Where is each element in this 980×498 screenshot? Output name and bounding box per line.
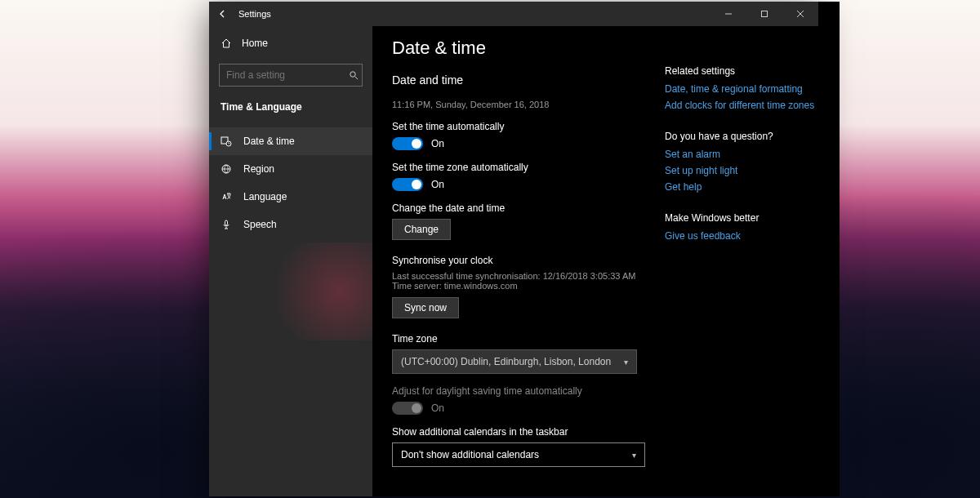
home-nav[interactable]: Home [209, 31, 372, 56]
additional-calendars-label: Show additional calendars in the taskbar [392, 426, 653, 438]
titlebar: Settings [209, 2, 818, 26]
timezone-dropdown[interactable]: (UTC+00:00) Dublin, Edinburgh, Lisbon, L… [392, 349, 637, 374]
change-datetime-label: Change the date and time [392, 202, 653, 214]
link-night-light[interactable]: Set up night light [665, 165, 820, 176]
chevron-down-icon: ▾ [632, 451, 636, 460]
maximize-button[interactable] [746, 2, 782, 26]
auto-time-label: Set the time automatically [392, 121, 653, 132]
sync-last-text: Last successful time synchronisation: 12… [392, 271, 653, 281]
sync-server-text: Time server: time.windows.com [392, 281, 653, 291]
language-icon [220, 191, 232, 202]
auto-time-toggle[interactable] [392, 137, 423, 150]
arrow-left-icon [218, 9, 228, 19]
minimize-icon [724, 10, 733, 18]
page-title: Date & time [392, 38, 653, 59]
link-set-alarm[interactable]: Set an alarm [665, 149, 820, 160]
search-icon [349, 70, 359, 80]
feedback-header: Make Windows better [665, 212, 820, 224]
sidebar-item-speech[interactable]: Speech [209, 211, 372, 238]
additional-calendars-value: Don't show additional calendars [401, 449, 539, 460]
window-title: Settings [238, 9, 271, 19]
current-datetime: 11:16 PM, Sunday, December 16, 2018 [392, 100, 653, 109]
clock-calendar-icon [220, 136, 232, 147]
svg-rect-1 [762, 11, 768, 17]
link-date-time-regional[interactable]: Date, time & regional formatting [665, 83, 820, 95]
auto-tz-state: On [431, 179, 444, 190]
chevron-down-icon: ▾ [624, 358, 628, 367]
content-area: Date & time Date and time 11:16 PM, Sund… [372, 2, 840, 496]
link-add-clocks[interactable]: Add clocks for different time zones [665, 100, 820, 111]
auto-tz-toggle[interactable] [392, 178, 423, 191]
microphone-icon [220, 219, 232, 230]
sync-now-button[interactable]: Sync now [392, 297, 459, 318]
sync-clock-header: Synchronise your clock [392, 255, 653, 266]
sidebar-item-label: Language [243, 191, 287, 202]
home-icon [220, 38, 232, 49]
svg-point-2 [350, 72, 355, 77]
home-label: Home [242, 38, 268, 49]
link-give-feedback[interactable]: Give us feedback [665, 230, 820, 242]
sidebar-item-label: Speech [243, 219, 277, 230]
auto-time-state: On [431, 138, 444, 149]
link-get-help[interactable]: Get help [665, 181, 820, 193]
dst-toggle [392, 402, 423, 415]
change-button[interactable]: Change [392, 219, 451, 240]
sidebar: Home Time & Language Date & time Region [209, 2, 372, 496]
globe-icon [220, 163, 232, 175]
sidebar-section-header: Time & Language [209, 96, 372, 121]
sidebar-item-date-time[interactable]: Date & time [209, 127, 372, 155]
sidebar-item-language[interactable]: Language [209, 183, 372, 211]
section-date-time-header: Date and time [392, 73, 653, 87]
timezone-value: (UTC+00:00) Dublin, Edinburgh, Lisbon, L… [401, 356, 611, 367]
back-button[interactable] [209, 2, 237, 26]
svg-rect-7 [225, 220, 228, 225]
dst-state: On [431, 402, 444, 414]
settings-window: Settings Home Time & Langu [209, 2, 818, 496]
close-button[interactable] [782, 2, 818, 26]
sidebar-item-label: Region [243, 163, 274, 175]
sidebar-item-label: Date & time [243, 136, 295, 147]
svg-line-3 [355, 77, 358, 79]
auto-tz-label: Set the time zone automatically [392, 162, 653, 173]
additional-calendars-dropdown[interactable]: Don't show additional calendars ▾ [392, 442, 645, 467]
timezone-label: Time zone [392, 333, 653, 345]
close-icon [796, 10, 804, 18]
dst-label: Adjust for daylight saving time automati… [392, 385, 653, 397]
minimize-button[interactable] [710, 2, 746, 26]
sidebar-item-region[interactable]: Region [209, 155, 372, 183]
search-box[interactable] [219, 64, 363, 87]
maximize-icon [760, 10, 768, 18]
search-input[interactable] [226, 69, 349, 81]
related-settings-header: Related settings [665, 65, 820, 77]
question-header: Do you have a question? [665, 131, 820, 142]
